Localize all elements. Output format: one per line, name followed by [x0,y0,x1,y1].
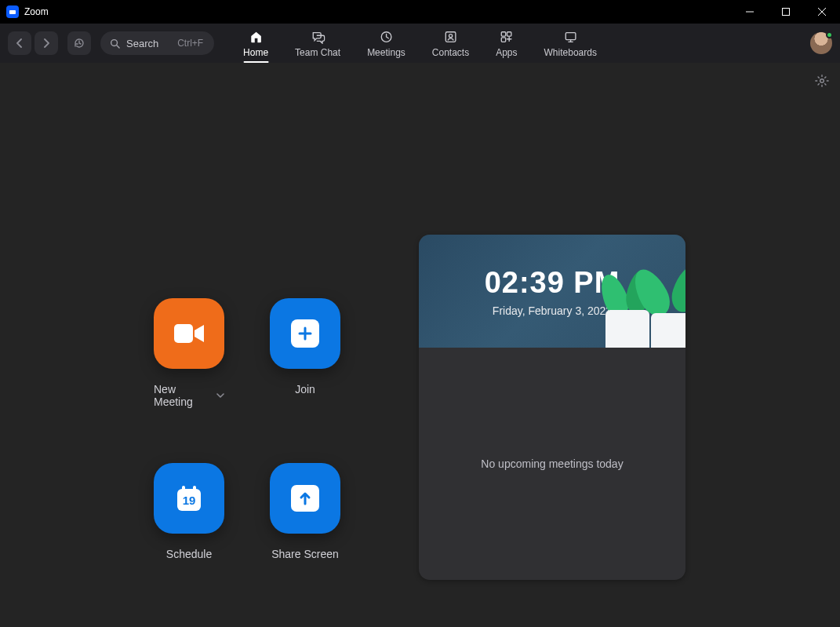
tab-label: Apps [496,47,517,58]
tab-label: Home [243,47,268,58]
zoom-logo-icon [6,5,19,18]
tab-whiteboards[interactable]: Whiteboards [541,24,600,63]
search-input[interactable]: Search Ctrl+F [100,31,214,55]
svg-rect-0 [783,9,790,16]
titlebar: Zoom [0,0,840,24]
action-join: Join [270,298,340,408]
svg-rect-10 [174,324,193,343]
schedule-label: Schedule [166,548,212,560]
new-meeting-label: New Meeting [154,383,210,408]
whiteboard-icon [563,29,577,45]
new-meeting-dropdown[interactable] [216,392,224,399]
home-actions: New Meeting Join [154,298,340,560]
nav-back-button[interactable] [8,31,31,55]
join-label: Join [295,383,315,396]
contacts-icon [444,29,458,45]
apps-icon [500,29,514,45]
plant-decoration-icon [648,272,685,348]
clock-date: Friday, February 3, 2023 [493,304,612,317]
titlebar-left: Zoom [6,5,49,18]
join-button[interactable] [270,298,340,369]
window-controls [732,0,840,24]
tab-apps[interactable]: Apps [493,24,520,63]
search-icon [110,38,120,49]
tab-home[interactable]: Home [240,24,271,63]
tab-label: Whiteboards [544,47,597,58]
svg-rect-3 [445,31,456,42]
nav-forward-button[interactable] [35,31,58,55]
action-new-meeting: New Meeting [154,298,224,408]
action-share-screen: Share Screen [270,463,340,560]
tab-contacts[interactable]: Contacts [429,24,472,63]
svg-rect-12 [182,486,185,492]
no-meetings-text: No upcoming meetings today [481,457,623,470]
calendar-icon: 19 [172,481,206,516]
svg-rect-5 [502,31,506,35]
panel-body: No upcoming meetings today [419,348,685,580]
minimize-button[interactable] [732,0,768,24]
schedule-button[interactable]: 19 [154,463,224,534]
svg-rect-13 [193,486,196,492]
video-icon [173,321,205,346]
main: New Meeting Join [0,63,840,627]
upcoming-panel: 02:39 PM Friday, February 3, 2023 No upc… [419,235,685,580]
new-meeting-button[interactable] [154,298,224,369]
action-label-row: New Meeting [154,383,224,408]
tab-label: Meetings [367,47,405,58]
chat-icon [311,29,325,45]
close-button[interactable] [804,0,840,24]
tab-label: Contacts [432,47,469,58]
svg-point-9 [820,79,824,83]
svg-point-1 [111,39,118,46]
maximize-button[interactable] [768,0,804,24]
svg-rect-8 [565,32,576,39]
nav-buttons [8,31,58,55]
home-icon [249,29,263,45]
toolbar: Search Ctrl+F Home Team Chat Meetings [0,24,840,63]
action-schedule: 19 Schedule [154,463,224,560]
svg-point-4 [449,34,452,37]
presence-indicator-icon [826,31,833,38]
share-screen-label: Share Screen [271,548,339,560]
share-arrow-icon [291,485,319,512]
svg-rect-7 [502,37,506,41]
history-button[interactable] [67,31,91,55]
search-shortcut: Ctrl+F [177,38,203,49]
tab-meetings[interactable]: Meetings [364,24,409,63]
clock-time: 02:39 PM [485,266,620,300]
settings-button[interactable] [815,74,829,88]
search-placeholder: Search [126,38,158,49]
profile-avatar[interactable] [810,32,832,54]
share-screen-button[interactable] [270,463,340,534]
clock-icon [379,29,393,45]
tab-label: Team Chat [295,47,340,58]
tab-team-chat[interactable]: Team Chat [292,24,344,63]
window-title: Zoom [24,6,49,17]
svg-rect-6 [507,31,511,35]
tabs: Home Team Chat Meetings Contacts Apps [240,24,600,63]
calendar-day: 19 [183,494,196,507]
panel-header: 02:39 PM Friday, February 3, 2023 [419,235,685,348]
plus-icon [291,319,319,348]
